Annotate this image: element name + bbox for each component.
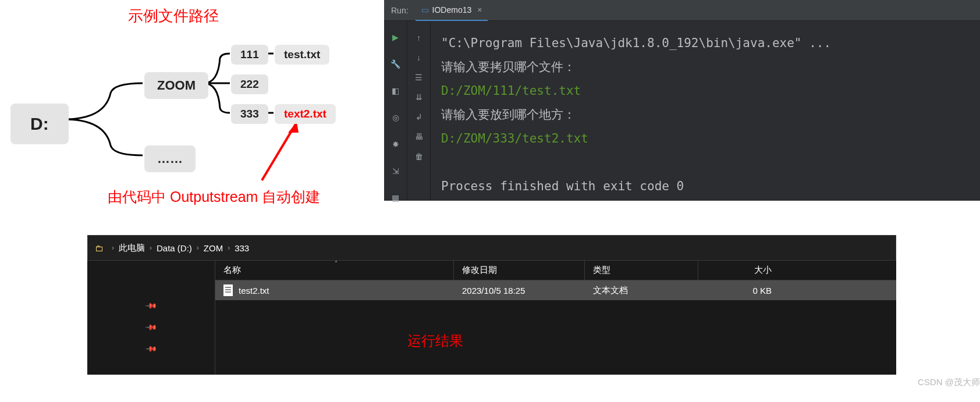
console-input-1: D:/ZOM/111/test.txt xyxy=(441,79,970,103)
console-finish: Process finished with exit code 0 xyxy=(441,175,970,198)
node-dots: …… xyxy=(144,145,196,172)
bug-icon[interactable]: ✸ xyxy=(390,140,401,149)
mindmap-diagram: 示例文件路径 D: ZOOM …… 111 222 333 test.txt t… xyxy=(0,0,384,209)
chevron-right-icon: › xyxy=(228,244,230,252)
crumb-drive[interactable]: Data (D:) xyxy=(157,243,192,253)
run-label: Run: xyxy=(384,6,416,15)
ide-run-panel: Run: ▭ IODemo13 × ▶ 🔧 ◧ ◎ ✸ ⇲ ▦ ↑ ↓ ☰ ⇊ … xyxy=(384,0,980,201)
application-icon: ▭ xyxy=(421,5,429,15)
exit-icon[interactable]: ⇲ xyxy=(390,166,401,176)
print-icon[interactable]: 🖶 xyxy=(414,131,424,142)
node-file2: text2.txt xyxy=(275,104,336,124)
ide-left-toolbar-2: ↑ ↓ ☰ ⇊ ↲ 🖶 🗑 xyxy=(407,21,431,201)
ide-left-toolbar: ▶ 🔧 ◧ ◎ ✸ ⇲ ▦ xyxy=(384,21,407,201)
wrench-icon[interactable]: 🔧 xyxy=(390,59,401,69)
node-222: 222 xyxy=(231,74,268,94)
file-date: 2023/10/5 18:25 xyxy=(454,280,585,300)
chevron-right-icon: › xyxy=(112,244,114,252)
run-tab[interactable]: ▭ IODemo13 × xyxy=(416,0,488,21)
console-input-2: D:/ZOM/333/test2.txt xyxy=(441,127,970,151)
pin-icon[interactable]: 📌 xyxy=(145,321,158,334)
watermark: CSDN @茂大师 xyxy=(918,377,980,388)
col-name-label: 名称 xyxy=(223,265,241,276)
layout-icon[interactable]: ▦ xyxy=(390,193,401,202)
column-headers: ˄ 名称 修改日期 类型 大小 xyxy=(215,261,896,280)
file-row[interactable]: test2.txt 2023/10/5 18:25 文本文档 0 KB xyxy=(215,280,896,300)
crumb-pc[interactable]: 此电脑 xyxy=(119,243,145,254)
col-size[interactable]: 大小 xyxy=(698,261,780,280)
folder-icon: 🗀 xyxy=(95,243,104,253)
node-file1: test.txt xyxy=(275,45,329,65)
chevron-right-icon: › xyxy=(197,244,199,252)
filter-icon[interactable]: ☰ xyxy=(414,72,424,83)
col-name[interactable]: ˄ 名称 xyxy=(215,261,454,280)
col-type[interactable]: 类型 xyxy=(585,261,698,280)
chevron-right-icon: › xyxy=(150,244,152,252)
up-icon[interactable]: ↑ xyxy=(414,33,424,43)
text-file-icon xyxy=(223,284,233,296)
console-prompt-2: 请输入要放到哪个地方： xyxy=(441,103,970,127)
file-type: 文本文档 xyxy=(585,280,698,300)
close-icon[interactable]: × xyxy=(477,5,482,15)
file-list-pane: ˄ 名称 修改日期 类型 大小 test2.txt 2023/10/5 18:2… xyxy=(215,261,896,375)
trash-icon[interactable]: 🗑 xyxy=(414,151,424,162)
tab-title: IODemo13 xyxy=(432,5,472,15)
scroll-icon[interactable]: ⇊ xyxy=(414,92,424,102)
console-prompt-1: 请输入要拷贝哪个文件： xyxy=(441,55,970,79)
diagram-title: 示例文件路径 xyxy=(128,6,219,26)
file-name: test2.txt xyxy=(239,286,269,296)
diagram-caption: 由代码中 Outputstream 自动创建 xyxy=(108,187,320,207)
console-output[interactable]: "C:\Program Files\Java\jdk1.8.0_192\bin\… xyxy=(431,21,980,201)
quick-access-pane: 📌 📌 📌 xyxy=(87,261,215,375)
file-explorer: 🗀 › 此电脑 › Data (D:) › ZOM › 333 📌 📌 📌 ˄ … xyxy=(87,235,896,375)
pin-icon[interactable]: 📌 xyxy=(145,343,158,355)
file-size: 0 KB xyxy=(698,280,780,300)
down-icon[interactable]: ↓ xyxy=(414,52,424,63)
sort-caret-icon: ˄ xyxy=(335,260,338,266)
stop-icon[interactable]: ◧ xyxy=(390,86,401,95)
node-111: 111 xyxy=(231,45,268,65)
address-bar[interactable]: 🗀 › 此电脑 › Data (D:) › ZOM › 333 xyxy=(87,235,896,261)
node-333: 333 xyxy=(231,104,268,124)
rerun-icon[interactable]: ▶ xyxy=(390,33,401,42)
col-date[interactable]: 修改日期 xyxy=(454,261,585,280)
ide-header: Run: ▭ IODemo13 × xyxy=(384,0,980,21)
crumb-folder1[interactable]: ZOM xyxy=(204,243,223,253)
camera-icon[interactable]: ◎ xyxy=(390,113,401,122)
pin-icon[interactable]: 📌 xyxy=(145,300,158,312)
wrap-icon[interactable]: ↲ xyxy=(414,112,424,122)
console-cmd: "C:\Program Files\Java\jdk1.8.0_192\bin\… xyxy=(441,31,970,55)
crumb-folder2[interactable]: 333 xyxy=(235,243,249,253)
node-zoom: ZOOM xyxy=(144,72,208,99)
node-root: D: xyxy=(10,104,69,144)
result-label: 运行结果 xyxy=(407,332,463,350)
